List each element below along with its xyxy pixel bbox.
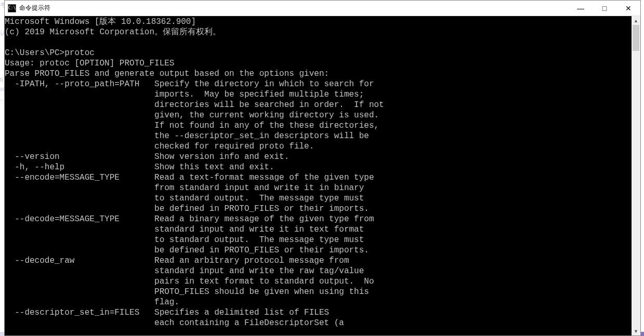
scroll-thumb[interactable]: [633, 25, 639, 51]
vertical-scrollbar[interactable]: ▲ ▼: [632, 16, 640, 335]
console-output[interactable]: Microsoft Windows [版本 10.0.18362.900] (c…: [5, 16, 632, 335]
background-editor-fragment: 考 认 t( s( ..: [0, 0, 4, 336]
titlebar[interactable]: C:\ 命令提示符 — □ ✕: [5, 1, 640, 16]
minimize-button[interactable]: —: [569, 1, 593, 16]
close-button[interactable]: ✕: [616, 1, 640, 16]
maximize-button[interactable]: □: [593, 1, 616, 16]
command-prompt-window: C:\ 命令提示符 — □ ✕ Microsoft Windows [版本 10…: [4, 0, 641, 336]
scroll-down-arrow-icon[interactable]: ▼: [632, 327, 640, 335]
window-title: 命令提示符: [19, 4, 50, 12]
scroll-up-arrow-icon[interactable]: ▲: [632, 16, 640, 25]
cmd-app-icon: C:\: [8, 4, 16, 12]
